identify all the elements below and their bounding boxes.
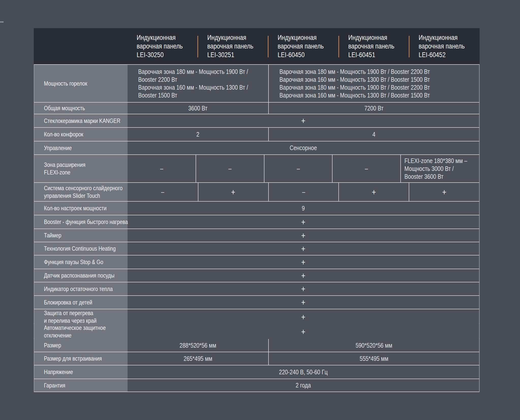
spec-label-text: Booster - функция быстрого нагрева — [44, 218, 128, 226]
spec-value-text: + — [301, 328, 306, 336]
spec-label: Стеклокерамика марки KANGER — [34, 114, 128, 127]
spec-value-text: + — [301, 285, 306, 293]
spec-label-text: Зона расширения FLEXI-zone — [44, 161, 85, 176]
spec-value: – — [196, 155, 264, 182]
table-row: Функция паузы Stop & Go+ — [34, 255, 480, 269]
spec-label-text: Технология Continuous Heating — [44, 245, 116, 252]
spec-label: Датчик распознавания посуды — [34, 269, 128, 282]
spec-label: Размер — [34, 339, 128, 352]
table-row: Зона расширения FLEXI-zone––––FLEXI-zone… — [34, 154, 480, 182]
spec-label: Функция паузы Stop & Go — [34, 255, 128, 269]
spec-value: 265*495 мм — [128, 352, 268, 365]
spec-label: Технология Continuous Heating — [34, 242, 128, 255]
spec-value-text: 3600 Вт — [188, 104, 207, 112]
spec-label-text: Автоматическое защитное отключение — [44, 324, 106, 339]
spec-label: Размер для встраивания — [34, 352, 128, 365]
model-column-header: Индукционная варочная панель LEI-60451 — [339, 28, 409, 64]
header-empty-cell — [34, 28, 127, 64]
spec-value-text: + — [301, 313, 306, 321]
spec-value-text: Сенсорное — [290, 144, 317, 152]
spec-value: – — [332, 155, 400, 182]
spec-value-text: + — [301, 298, 306, 306]
table-row: Мощность горелокВарочная зона 180 мм - М… — [34, 64, 480, 102]
spec-value-text: + — [231, 188, 235, 196]
table-row: Таймер+ — [34, 229, 480, 242]
spec-value: + — [128, 242, 479, 255]
spec-label-text: Управление — [44, 144, 72, 152]
spec-value-text: – — [161, 188, 164, 196]
spec-value-text: + — [442, 188, 446, 196]
table-row: УправлениеСенсорное — [34, 141, 480, 154]
model-column-header: Индукционная варочная панель LEI-60450 — [268, 28, 339, 64]
table-body: Мощность горелокВарочная зона 180 мм - М… — [34, 64, 480, 392]
spec-value: + — [128, 114, 479, 127]
table-row: Индикатор остаточного тепла+ — [34, 282, 480, 295]
table-row: Автоматическое защитное отключение+ — [34, 324, 480, 338]
spec-value-text: 7200 Вт — [364, 104, 383, 112]
model-title: Индукционная варочная панель LEI-60451 — [348, 33, 399, 59]
spec-value-text: 220-240 В, 50-60 Гц — [279, 368, 328, 376]
spec-value-text: + — [301, 117, 306, 125]
spec-value: + — [409, 183, 479, 201]
table-row: Защита от перегрева и перелива через кра… — [34, 309, 480, 324]
table-row: Напряжение220-240 В, 50-60 Гц — [34, 365, 480, 379]
spec-value: 288*520*56 мм — [128, 339, 268, 352]
spec-label: Управление — [34, 141, 128, 154]
model-title: Индукционная варочная панель LEI-60450 — [278, 33, 329, 59]
spec-value-text: 4 — [372, 131, 375, 138]
spec-value-text: + — [301, 258, 306, 266]
spec-value: 7200 Вт — [268, 103, 479, 114]
table-row: Стеклокерамика марки KANGER+ — [34, 114, 480, 127]
spec-value: Варочная зона 180 мм - Мощность 1900 Вт … — [268, 65, 479, 102]
spec-value-text: 2 года — [296, 381, 311, 389]
page-background: { "page": { "stray_mark": "-" }, "colors… — [0, 0, 520, 420]
model-column-header: Индукционная варочная панель LEI-30250 — [127, 28, 198, 64]
spec-value-text: + — [301, 272, 306, 280]
spec-value-text: – — [160, 165, 163, 173]
spec-label: Общая мощность — [34, 103, 128, 114]
spec-value-text: – — [365, 165, 368, 173]
model-title: Индукционная варочная панель LEI-60452 — [419, 33, 470, 59]
spec-label-text: Размер — [44, 342, 61, 349]
spec-value: + — [128, 282, 479, 295]
spec-label: Защита от перегрева и перелива через кра… — [34, 309, 128, 325]
spec-value-text: 590*520*56 мм — [356, 342, 392, 349]
spec-value: – — [264, 155, 332, 182]
spec-value: + — [128, 215, 479, 229]
spec-label-text: Датчик распознавания посуды — [44, 272, 115, 279]
table-row: Размер288*520*56 мм590*520*56 мм — [34, 338, 480, 352]
spec-value-text: + — [301, 232, 306, 239]
spec-value-text: + — [301, 218, 306, 226]
spec-label: Зона расширения FLEXI-zone — [34, 155, 128, 182]
spec-label-text: Общая мощность — [44, 104, 85, 112]
spec-value: – — [128, 183, 198, 201]
spec-label-text: Индикатор остаточного тепла — [44, 285, 113, 293]
spec-label: Кол-во настроек мощности — [34, 202, 128, 215]
spec-value: – — [128, 155, 196, 182]
spec-label-text: Кол-во настроек мощности — [44, 204, 107, 212]
spec-value: FLEXI-zone 180*380 мм – Мощность 3000 Вт… — [400, 155, 479, 182]
spec-label-text: Кол-во конфорок — [44, 131, 83, 138]
model-column-header: Индукционная варочная панель LEI-30251 — [198, 28, 268, 64]
spec-value: Сенсорное — [128, 141, 479, 154]
spec-value: 220-240 В, 50-60 Гц — [128, 365, 479, 379]
spec-value-text: + — [301, 245, 306, 253]
spec-value-text: Варочная зона 180 мм - Мощность 1900 Вт … — [138, 68, 248, 99]
table-row: Кол-во конфорок24 — [34, 127, 480, 141]
spec-value-text: Варочная зона 180 мм - Мощность 1900 Вт … — [279, 68, 430, 99]
spec-value: 9 — [128, 202, 479, 215]
table-header-row: Индукционная варочная панель LEI-30250Ин… — [34, 28, 480, 64]
table-row: Booster - функция быстрого нагрева+ — [34, 215, 480, 229]
spec-value: + — [198, 183, 268, 201]
table-row: Технология Continuous Heating+ — [34, 242, 480, 255]
spec-label: Автоматическое защитное отключение — [34, 324, 128, 339]
spec-value-text: 265*495 мм — [183, 355, 212, 363]
table-row: Блокировка от детей+ — [34, 295, 480, 309]
table-row: Кол-во настроек мощности9 — [34, 201, 480, 215]
spec-value: + — [128, 255, 479, 269]
spec-value-text: 555*495 мм — [359, 355, 388, 363]
spec-value: + — [128, 296, 479, 309]
spec-value-text: 9 — [302, 204, 305, 212]
spec-label: Система сенсорного слайдерного управлени… — [34, 183, 128, 201]
table-row: Общая мощность3600 Вт7200 Вт — [34, 102, 480, 114]
